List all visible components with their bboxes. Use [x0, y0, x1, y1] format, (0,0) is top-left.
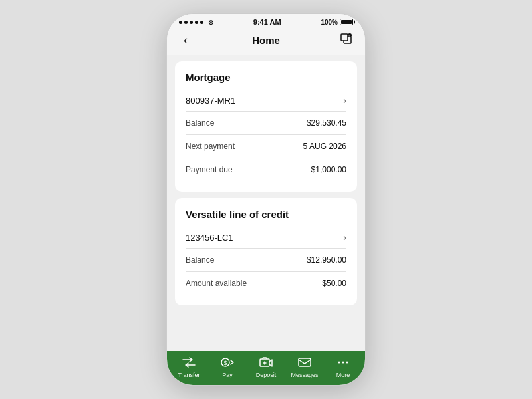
messages-icon: [297, 356, 312, 370]
mortgage-next-payment-row: Next payment 5 AUG 2026: [186, 135, 346, 158]
phone-shell: ⊛ 9:41 AM 100% ‹ Home ! Mortgage: [166, 13, 366, 386]
nav-item-deposit[interactable]: Deposit: [251, 356, 281, 378]
battery-fill: [341, 20, 352, 24]
status-time: 9:41 AM: [253, 18, 281, 26]
mortgage-balance-value: $29,530.45: [307, 118, 346, 128]
mortgage-payment-due-row: Payment due $1,000.00: [186, 158, 346, 181]
back-button[interactable]: ‹: [178, 33, 194, 47]
mortgage-payment-due-value: $1,000.00: [311, 165, 346, 174]
signal-dots: ⊛: [179, 19, 213, 26]
signal-dot: [179, 21, 182, 24]
page-title: Home: [252, 35, 280, 46]
signal-dot: [200, 21, 203, 24]
signal-dot: [184, 21, 188, 24]
mortgage-title: Mortgage: [186, 72, 346, 83]
mortgage-balance-label: Balance: [186, 118, 214, 128]
mortgage-account-row[interactable]: 800937-MR1 ›: [186, 90, 346, 112]
credit-available-row: Amount available $50.00: [186, 272, 346, 295]
svg-point-8: [342, 362, 344, 364]
credit-available-label: Amount available: [186, 279, 247, 288]
nav-item-pay[interactable]: $ Pay: [213, 356, 242, 378]
notification-icon[interactable]: !: [338, 31, 354, 49]
status-bar: ⊛ 9:41 AM 100%: [167, 14, 365, 27]
battery-icon: [340, 19, 353, 25]
mortgage-payment-due-label: Payment due: [186, 165, 233, 174]
nav-item-transfer[interactable]: Transfer: [174, 356, 203, 378]
bottom-nav: Transfer $ Pay Deposit: [167, 351, 365, 385]
deposit-icon: [259, 356, 273, 370]
pay-icon: $: [220, 356, 235, 370]
signal-dot: [190, 21, 193, 24]
svg-rect-6: [299, 358, 311, 366]
credit-available-value: $50.00: [322, 279, 346, 288]
signal-dot: [195, 21, 198, 24]
nav-item-more[interactable]: More: [329, 356, 358, 378]
credit-balance-value: $12,950.00: [307, 255, 346, 265]
mortgage-next-payment-label: Next payment: [186, 142, 235, 151]
credit-balance-row: Balance $12,950.00: [186, 249, 346, 272]
messages-label: Messages: [291, 372, 318, 378]
deposit-label: Deposit: [256, 372, 277, 378]
nav-bar: ‹ Home !: [167, 27, 365, 55]
credit-card: Versatile line of credit 123456-LC1 › Ba…: [175, 198, 357, 305]
nav-item-messages[interactable]: Messages: [290, 356, 319, 378]
svg-point-9: [346, 362, 348, 364]
credit-balance-label: Balance: [186, 255, 214, 265]
mortgage-balance-row: Balance $29,530.45: [186, 112, 346, 135]
credit-account-row[interactable]: 123456-LC1 ›: [186, 227, 346, 249]
more-icon: [336, 356, 350, 370]
transfer-label: Transfer: [178, 372, 200, 378]
credit-title: Versatile line of credit: [186, 209, 346, 220]
svg-point-7: [338, 362, 340, 364]
status-battery: 100%: [321, 19, 353, 26]
svg-text:$: $: [223, 360, 227, 366]
svg-rect-0: [341, 34, 348, 41]
content-area: Mortgage 800937-MR1 › Balance $29,530.45…: [167, 55, 365, 351]
credit-chevron-icon: ›: [343, 232, 346, 243]
mortgage-account-number: 800937-MR1: [186, 96, 235, 106]
pay-label: Pay: [222, 372, 233, 378]
mortgage-card: Mortgage 800937-MR1 › Balance $29,530.45…: [175, 61, 357, 192]
credit-account-number: 123456-LC1: [186, 233, 233, 243]
more-label: More: [336, 372, 350, 378]
wifi-icon: ⊛: [208, 19, 213, 26]
mortgage-next-payment-value: 5 AUG 2026: [303, 142, 346, 151]
transfer-icon: [182, 356, 196, 370]
battery-percent: 100%: [321, 19, 338, 26]
mortgage-chevron-icon: ›: [343, 95, 346, 106]
